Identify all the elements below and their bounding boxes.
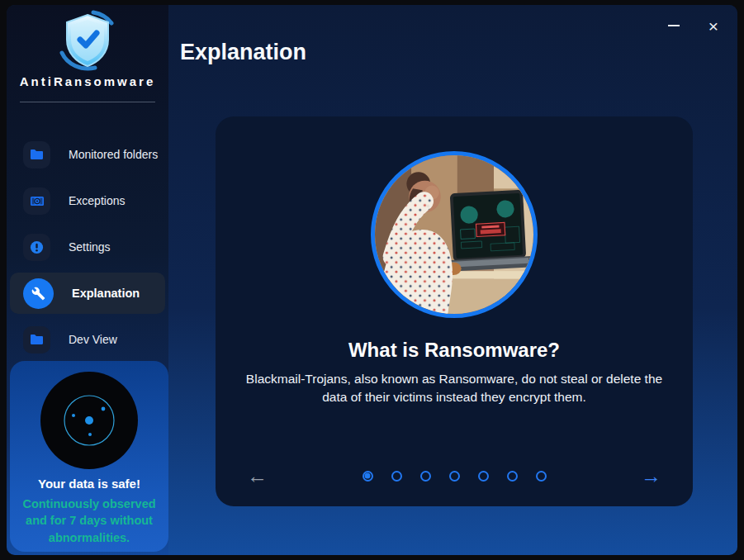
exceptions-book-icon: [23, 187, 50, 215]
status-message: Continuously observed and for 7 days wit…: [18, 496, 160, 546]
sidebar-item-label: Exceptions: [69, 194, 125, 207]
carousel-next-arrow-icon[interactable]: →: [641, 466, 661, 486]
sidebar-item-explanation[interactable]: Explanation: [10, 273, 165, 314]
main-area: Explanation: [168, 5, 737, 555]
sidebar-item-dev-view[interactable]: Dev View: [10, 319, 165, 360]
wrench-icon: [23, 278, 54, 309]
carousel-dot-3[interactable]: [420, 471, 431, 482]
sidebar-item-monitored-folders[interactable]: Monitored folders: [10, 134, 165, 175]
sidebar: AntiRansomware Monitored folders: [7, 5, 168, 555]
close-icon: ×: [708, 17, 718, 35]
exclamation-circle-icon: [23, 234, 50, 261]
folder-icon: [23, 141, 50, 168]
status-title: Your data is safe!: [10, 477, 168, 491]
app-window: AntiRansomware Monitored folders: [7, 5, 737, 555]
carousel-dots: [363, 471, 547, 482]
close-button[interactable]: ×: [699, 15, 727, 36]
protection-status-card: Your data is safe! Continuously observed…: [10, 361, 168, 552]
slide-heading: What is Ransomware?: [216, 339, 693, 362]
minimize-button[interactable]: [660, 15, 688, 36]
radar-scan-icon: [40, 372, 138, 469]
sidebar-item-label: Settings: [69, 240, 111, 254]
carousel-prev-arrow-icon[interactable]: ←: [247, 466, 268, 486]
carousel-dot-1[interactable]: [363, 471, 373, 482]
brand-block: AntiRansomware: [7, 5, 168, 102]
brand-name: AntiRansomware: [7, 74, 168, 88]
brand-divider: [20, 102, 155, 102]
shield-check-logo-icon: [52, 10, 123, 71]
sidebar-item-label: Explanation: [72, 287, 140, 300]
sidebar-item-label: Monitored folders: [69, 148, 158, 161]
ransomware-victim-photo: [371, 151, 538, 318]
sidebar-item-settings[interactable]: Settings: [10, 226, 165, 268]
carousel-dot-7[interactable]: [536, 471, 547, 482]
carousel-dot-5[interactable]: [478, 471, 489, 482]
carousel-dot-6[interactable]: [507, 471, 518, 482]
minimize-icon: [668, 25, 680, 26]
slide-body-text: Blackmail-Trojans, also known as Ransomw…: [244, 370, 664, 406]
carousel-dot-4[interactable]: [449, 471, 460, 482]
sidebar-item-exceptions[interactable]: Exceptions: [10, 180, 165, 221]
sidebar-nav: Monitored folders Exceptions: [7, 134, 168, 360]
sidebar-item-label: Dev View: [69, 333, 117, 346]
explanation-card: What is Ransomware? Blackmail-Trojans, a…: [216, 116, 693, 506]
carousel-controls: ← →: [216, 463, 693, 488]
folder-icon: [23, 326, 50, 354]
page-title: Explanation: [180, 40, 306, 65]
window-controls: ×: [660, 15, 727, 36]
carousel-dot-2[interactable]: [391, 471, 402, 482]
